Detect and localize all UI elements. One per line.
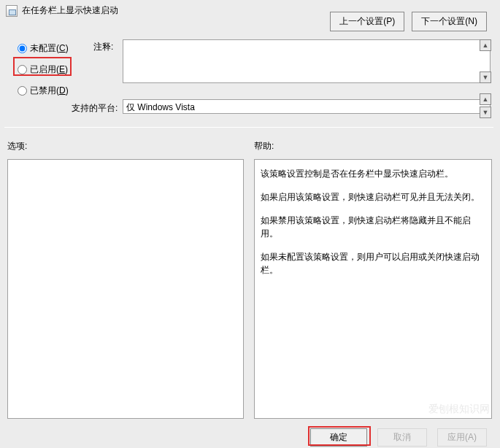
cancel-button[interactable]: 取消 <box>377 428 427 447</box>
comment-label: 注释: <box>93 41 113 53</box>
radio-disabled[interactable]: 已禁用(D) <box>18 85 69 97</box>
radio-enabled[interactable]: 已启用(E) <box>18 63 69 76</box>
options-label: 选项: <box>7 140 27 152</box>
options-panel <box>7 159 244 419</box>
radio-enabled-label: 已启用(E) <box>30 63 68 76</box>
comment-scroll-down-icon[interactable]: ▼ <box>480 72 491 83</box>
radio-not-configured-label: 未配置(C) <box>30 42 69 55</box>
comment-textarea[interactable] <box>123 39 491 83</box>
divider <box>4 127 493 128</box>
help-panel: 该策略设置控制是否在任务栏中显示快速启动栏。 如果启用该策略设置，则快速启动栏可… <box>254 159 492 419</box>
platform-label: 支持的平台: <box>72 102 118 115</box>
radio-not-configured-input[interactable] <box>18 44 27 53</box>
help-label: 帮助: <box>254 140 274 152</box>
radio-not-configured[interactable]: 未配置(C) <box>18 42 69 55</box>
apply-button[interactable]: 应用(A) <box>437 428 487 447</box>
radio-group: 未配置(C) 已启用(E) 已禁用(D) <box>18 42 69 97</box>
help-line: 该策略设置控制是否在任务栏中显示快速启动栏。 <box>261 167 485 180</box>
help-line: 如果启用该策略设置，则快速启动栏可见并且无法关闭。 <box>261 190 485 204</box>
radio-disabled-label: 已禁用(D) <box>30 85 69 97</box>
next-setting-button[interactable]: 下一个设置(N) <box>412 12 487 31</box>
radio-disabled-input[interactable] <box>18 86 27 96</box>
nav-buttons: 上一个设置(P) 下一个设置(N) <box>330 12 487 31</box>
page-title: 在任务栏上显示快速启动 <box>22 4 118 17</box>
policy-icon <box>6 5 18 17</box>
platform-value: 仅 Windows Vista <box>123 99 491 114</box>
help-line: 如果禁用该策略设置，则快速启动栏将隐藏并且不能启用。 <box>261 214 485 240</box>
bottom-buttons: 确定 取消 应用(A) <box>310 428 487 447</box>
platform-scroll-down-icon[interactable]: ▼ <box>480 107 491 118</box>
radio-enabled-input[interactable] <box>18 65 27 74</box>
platform-scroll-up-icon[interactable]: ▲ <box>480 93 491 105</box>
comment-scroll-up-icon[interactable]: ▲ <box>480 39 491 51</box>
ok-button[interactable]: 确定 <box>310 428 367 447</box>
prev-setting-button[interactable]: 上一个设置(P) <box>330 12 404 31</box>
help-line: 如果未配置该策略设置，则用户可以启用或关闭快速启动栏。 <box>261 250 485 277</box>
